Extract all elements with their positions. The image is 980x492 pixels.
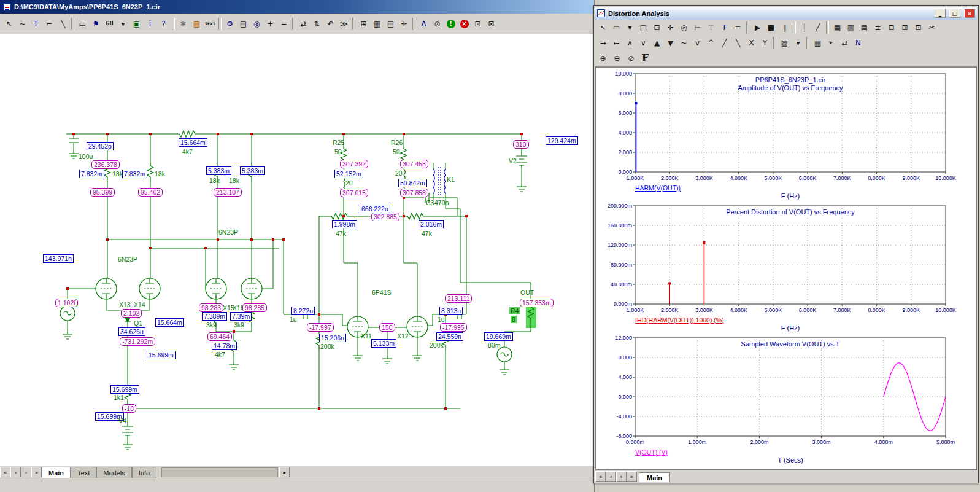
grid-toggle-icon[interactable]: ⊞ (357, 17, 370, 30)
stop-icon[interactable]: ■ (765, 21, 777, 34)
fourier-button[interactable]: F (639, 52, 652, 65)
cursor-mode-icon[interactable]: ✛ (664, 21, 677, 34)
analysis-tab-main[interactable]: Main (639, 472, 670, 482)
waveform-chart[interactable]: 0.000m1.000m2.000m3.000m4.000m5.000m12.0… (597, 334, 975, 446)
schematic-label-comp[interactable]: 100u (79, 153, 93, 160)
mirror-vertical-icon[interactable]: ⇅ (311, 17, 323, 30)
schematic-label-comp[interactable]: 1u (438, 316, 445, 323)
schematic-label-comp[interactable]: 47k (422, 230, 432, 237)
schematic-label-comp[interactable]: Q1 (134, 319, 142, 327)
peak-icon[interactable]: ∧ (623, 36, 636, 49)
schematic-label-node[interactable]: 307.458 (400, 160, 428, 168)
schematic-label-comp[interactable]: 1u (290, 316, 297, 323)
rectangle-tool-icon[interactable]: ▭ (76, 17, 89, 30)
schematic-label-node[interactable]: 213.107 (214, 188, 242, 197)
schematic-label-meas[interactable]: 15.699m (110, 385, 139, 394)
info-mode-icon[interactable]: i (144, 17, 156, 30)
schematic-label-meas[interactable]: 15.664m (155, 318, 184, 327)
schematic-label-meas[interactable]: 1.998m (332, 220, 357, 228)
schematic-label-meas[interactable]: 15.206n (319, 334, 346, 342)
component-68-button[interactable]: 68 (103, 17, 116, 30)
schematic-label-comp[interactable]: K1 (447, 176, 455, 183)
schematic-label-node[interactable]: 307.392 (340, 160, 368, 168)
schematic-label-comp[interactable]: 47k (336, 230, 346, 237)
schematic-label-meas[interactable]: 7.832m (79, 170, 104, 178)
schematic-label-meas[interactable]: 8.272u (291, 307, 315, 315)
schematic-label-comph[interactable]: 8 (511, 316, 517, 323)
schematic-label-meas[interactable]: 7.832m (122, 170, 147, 178)
schematic-label-node[interactable]: 95.402 (138, 188, 163, 197)
minimize-button[interactable]: _ (935, 9, 946, 18)
pause-icon[interactable]: ∥ (778, 21, 791, 34)
schematic-label-comp[interactable]: 18k (209, 177, 220, 184)
tokens-icon[interactable]: ▥ (844, 21, 857, 34)
schematic-label-comp[interactable]: 4k7 (215, 351, 225, 358)
clipboard-icon[interactable]: ▤ (237, 17, 250, 30)
help-mode-icon[interactable]: ? (157, 17, 170, 30)
close-button[interactable]: × (964, 9, 975, 18)
select-arrow-icon[interactable]: ↖ (596, 21, 609, 34)
schematic-label-meas[interactable]: 7.39m (230, 312, 252, 321)
graphics-dropdown-icon[interactable]: ▾ (623, 21, 636, 34)
max-icon[interactable]: ^ (704, 36, 717, 49)
schematic-label-comp[interactable]: 6N23P (118, 256, 137, 263)
page-nav-button-0[interactable]: « (0, 467, 10, 477)
graphics-tool-icon[interactable]: ▭ (610, 21, 623, 34)
schematic-label-comp[interactable]: 50 (334, 148, 342, 155)
wave-icon[interactable]: ~ (677, 36, 690, 49)
schematic-label-meas[interactable]: 5.383m (240, 166, 265, 175)
tag-vertical-icon[interactable]: ⊤ (704, 21, 717, 34)
go-to-y-icon[interactable]: Y (758, 36, 771, 49)
schematic-label-node[interactable]: 1.102f (55, 299, 78, 307)
schematic-label-comp[interactable]: X12 (397, 332, 409, 340)
schematic-label-comp[interactable]: V2 (509, 157, 517, 165)
settings-gear-icon[interactable]: ✱ (177, 17, 190, 30)
p-key-button[interactable]: 'P' (825, 36, 838, 49)
amplitude-series-label[interactable]: HARM(V(OUT)) (635, 184, 975, 192)
schematic-label-comph[interactable]: R4 (509, 307, 520, 314)
component-dropdown-icon[interactable]: ▾ (117, 17, 129, 30)
find-part-icon[interactable]: ◎ (250, 17, 263, 30)
maximize-button[interactable]: □ (949, 9, 960, 18)
schematic-titlebar[interactable]: D:\MC9\DATA\MyAmps\PP6P41S_6N23P_1.cir (0, 0, 594, 14)
schematic-label-meas[interactable]: 52.152m (334, 170, 363, 178)
tag-point-icon[interactable]: ◎ (677, 21, 690, 34)
schematic-label-comp[interactable]: 200k (320, 343, 334, 350)
high-icon[interactable]: ▲ (650, 36, 663, 49)
mirror-horizontal-icon[interactable]: ⇄ (297, 17, 310, 30)
paste-page-icon[interactable]: ⊠ (485, 17, 498, 30)
plot-nav-button-3[interactable]: » (627, 471, 637, 482)
normalize-icon[interactable]: N (852, 36, 865, 49)
flag-tool-icon[interactable]: ⚑ (90, 17, 102, 30)
schematic-label-comp[interactable]: OUT (520, 289, 534, 296)
schematic-label-comp[interactable]: 20 (345, 179, 353, 187)
schematic-label-meas[interactable]: 8.313u (439, 307, 463, 315)
page-nav-button-2[interactable]: › (21, 467, 31, 477)
find-icon[interactable]: ⊙ (431, 17, 444, 30)
resistor-4k7-top[interactable] (177, 131, 199, 137)
analysis-titlebar[interactable]: Distortion Analysis _ □ × (595, 7, 977, 20)
schematic-label-meas[interactable]: 15.699m (147, 351, 176, 359)
schematic-label-node[interactable]: 302.885 (371, 213, 399, 221)
attribute-text-icon[interactable]: A (417, 17, 430, 30)
text-tool-icon[interactable]: T (718, 21, 731, 34)
schematic-label-node[interactable]: 213.111 (445, 294, 472, 303)
schematic-label-node[interactable]: 98.285 (242, 303, 267, 312)
schematic-label-comp[interactable]: 3k9 (206, 321, 217, 329)
schematic-label-node[interactable]: -17.997 (307, 323, 334, 332)
distortion-series-label[interactable]: IHD(HARM(V(OUT)),1000) (%) (635, 316, 975, 324)
distortion-chart[interactable]: 1.000K2.000K3.000K4.000K5.000K6.000K7.00… (597, 202, 975, 314)
schematic-label-node[interactable]: 95.399 (90, 188, 115, 197)
align-cursors-icon[interactable]: ⇄ (838, 36, 851, 49)
valley-icon[interactable]: ∨ (637, 36, 650, 49)
low-icon[interactable]: ▼ (664, 36, 677, 49)
schematic-label-comp[interactable]: 18k (155, 170, 165, 178)
schematic-label-comp[interactable]: 1k1 (114, 394, 124, 401)
schematic-label-meas[interactable]: 666.222u (360, 205, 390, 213)
palette-icon[interactable]: ▨ (778, 36, 791, 49)
min-icon[interactable]: v (691, 36, 704, 49)
schematic-label-meas[interactable]: 19.669m (484, 332, 513, 341)
data-points-icon[interactable]: ▦ (831, 21, 844, 34)
step-box-icon[interactable]: ≫ (338, 17, 350, 30)
palette-dropdown-icon[interactable]: ▾ (792, 36, 804, 49)
